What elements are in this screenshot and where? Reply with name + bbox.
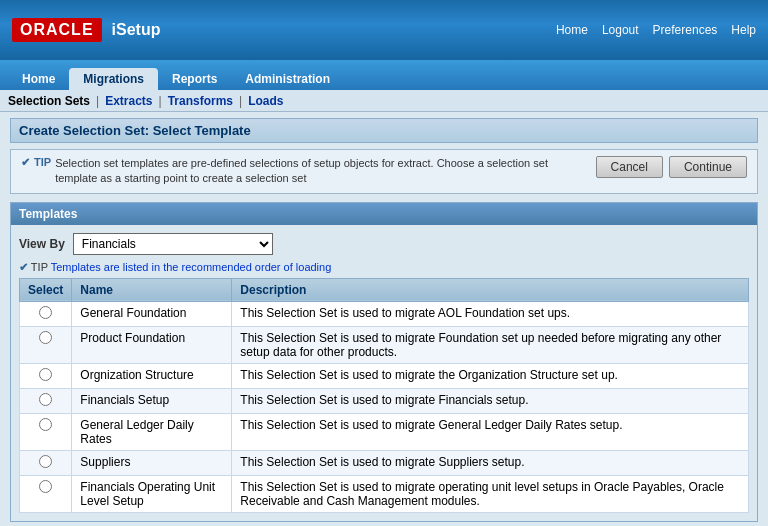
templates-header: Templates (11, 203, 757, 225)
subnav-loads[interactable]: Loads (248, 94, 283, 108)
row-description: This Selection Set is used to migrate Fo… (232, 326, 749, 363)
row-name: Financials Setup (72, 388, 232, 413)
col-description: Description (232, 278, 749, 301)
row-name: Financials Operating Unit Level Setup (72, 475, 232, 512)
row-name: Orgnization Structure (72, 363, 232, 388)
tab-migrations[interactable]: Migrations (69, 68, 158, 90)
template-radio-6[interactable] (39, 480, 52, 493)
oracle-logo: ORACLE (12, 18, 102, 42)
tip-label: TIP (34, 156, 51, 168)
row-description: This Selection Set is used to migrate th… (232, 363, 749, 388)
template-radio-4[interactable] (39, 418, 52, 431)
templates-tip-checkmark: ✔ (19, 261, 28, 273)
header-preferences-link[interactable]: Preferences (653, 23, 718, 37)
row-name: Product Foundation (72, 326, 232, 363)
view-by-label: View By (19, 237, 65, 251)
row-radio-cell (20, 326, 72, 363)
row-name: Suppliers (72, 450, 232, 475)
tab-reports[interactable]: Reports (158, 68, 231, 90)
app-name: iSetup (112, 21, 161, 39)
table-row: Financials Operating Unit Level Setup Th… (20, 475, 749, 512)
templates-panel: Templates View By Financials All ✔ TIP T… (10, 202, 758, 522)
templates-tip-label: TIP (31, 261, 48, 273)
logo-area: ORACLE iSetup (12, 18, 160, 42)
row-description: This Selection Set is used to migrate Ge… (232, 413, 749, 450)
sep2: | (159, 94, 162, 108)
table-row: Product Foundation This Selection Set is… (20, 326, 749, 363)
row-radio-cell (20, 363, 72, 388)
header: ORACLE iSetup Home Logout Preferences He… (0, 0, 768, 60)
tip-section: ✔ TIP Selection set templates are pre-de… (10, 149, 758, 194)
row-description: This Selection Set is used to migrate op… (232, 475, 749, 512)
row-radio-cell (20, 450, 72, 475)
view-by-row: View By Financials All (19, 233, 749, 255)
row-radio-cell (20, 388, 72, 413)
subnav-transforms[interactable]: Transforms (168, 94, 233, 108)
header-home-link[interactable]: Home (556, 23, 588, 37)
templates-tip: ✔ TIP Templates are listed in the recomm… (19, 261, 749, 274)
col-select: Select (20, 278, 72, 301)
main-content: Create Selection Set: Select Template ✔ … (0, 112, 768, 526)
table-row: General Foundation This Selection Set is… (20, 301, 749, 326)
templates-table: Select Name Description General Foundati… (19, 278, 749, 513)
template-radio-2[interactable] (39, 368, 52, 381)
row-radio-cell (20, 475, 72, 512)
tip-checkmark-icon: ✔ (21, 156, 30, 169)
tip-content: ✔ TIP Selection set templates are pre-de… (21, 156, 586, 187)
sub-nav: Selection Sets | Extracts | Transforms |… (0, 90, 768, 112)
template-radio-3[interactable] (39, 393, 52, 406)
sep3: | (239, 94, 242, 108)
template-radio-1[interactable] (39, 331, 52, 344)
row-name: General Ledger Daily Rates (72, 413, 232, 450)
top-actions: Cancel Continue (596, 156, 747, 178)
row-description: This Selection Set is used to migrate AO… (232, 301, 749, 326)
subnav-selection-sets[interactable]: Selection Sets (8, 94, 90, 108)
header-help-link[interactable]: Help (731, 23, 756, 37)
row-description: This Selection Set is used to migrate Fi… (232, 388, 749, 413)
tab-home[interactable]: Home (8, 68, 69, 90)
row-radio-cell (20, 413, 72, 450)
page-title: Create Selection Set: Select Template (10, 118, 758, 143)
sep1: | (96, 94, 99, 108)
header-logout-link[interactable]: Logout (602, 23, 639, 37)
row-description: This Selection Set is used to migrate Su… (232, 450, 749, 475)
table-row: Orgnization Structure This Selection Set… (20, 363, 749, 388)
tab-administration[interactable]: Administration (231, 68, 344, 90)
templates-body: View By Financials All ✔ TIP Templates a… (11, 225, 757, 521)
tab-bar: Home Migrations Reports Administration (0, 60, 768, 90)
tip-text: Selection set templates are pre-defined … (55, 156, 585, 187)
view-by-select[interactable]: Financials All (73, 233, 273, 255)
col-name: Name (72, 278, 232, 301)
template-radio-0[interactable] (39, 306, 52, 319)
table-row: General Ledger Daily Rates This Selectio… (20, 413, 749, 450)
top-cancel-button[interactable]: Cancel (596, 156, 663, 178)
row-radio-cell (20, 301, 72, 326)
templates-tip-text: Templates are listed in the recommended … (51, 261, 332, 273)
template-radio-5[interactable] (39, 455, 52, 468)
top-continue-button[interactable]: Continue (669, 156, 747, 178)
subnav-extracts[interactable]: Extracts (105, 94, 152, 108)
table-row: Financials Setup This Selection Set is u… (20, 388, 749, 413)
table-row: Suppliers This Selection Set is used to … (20, 450, 749, 475)
header-nav: Home Logout Preferences Help (556, 23, 756, 37)
row-name: General Foundation (72, 301, 232, 326)
